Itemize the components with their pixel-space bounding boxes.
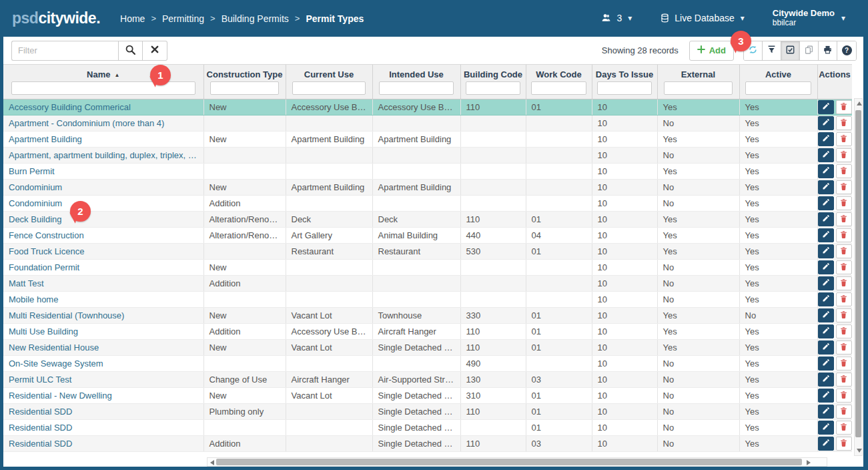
edit-button[interactable] xyxy=(818,437,834,451)
column-filter-input-external[interactable] xyxy=(664,81,733,95)
scroll-down-arrow[interactable] xyxy=(857,449,862,453)
table-row[interactable]: Residential - New DwellingNewVacant LotS… xyxy=(3,388,852,404)
edit-button[interactable] xyxy=(818,132,834,146)
database-selector-dropdown[interactable]: Live Database ▾ xyxy=(660,13,745,23)
table-row[interactable]: Multi Residential (Townhouse)NewVacant L… xyxy=(3,308,852,324)
print-button[interactable] xyxy=(819,41,837,60)
edit-button[interactable] xyxy=(818,212,834,226)
column-filter-input-work_code[interactable] xyxy=(531,81,586,95)
delete-button[interactable] xyxy=(836,292,852,306)
table-row[interactable]: Residential SDDPlumbing onlySingle Detac… xyxy=(3,404,852,420)
column-header-construction_type[interactable]: Construction Type xyxy=(203,65,286,81)
delete-button[interactable] xyxy=(836,132,852,146)
delete-button[interactable] xyxy=(836,228,852,242)
table-row[interactable]: Apartment BuildingNewApartment BuildingA… xyxy=(3,132,852,148)
column-header-actions[interactable]: Actions xyxy=(817,65,852,81)
edit-button[interactable] xyxy=(818,405,834,419)
edit-button[interactable] xyxy=(818,180,834,194)
column-header-building_code[interactable]: Building Code xyxy=(460,65,526,81)
horizontal-scroll-thumb[interactable] xyxy=(216,459,802,465)
delete-button[interactable] xyxy=(836,389,852,403)
column-filter-input-construction_type[interactable] xyxy=(210,81,280,95)
edit-button[interactable] xyxy=(818,308,834,322)
delete-button[interactable] xyxy=(836,244,852,258)
edit-button[interactable] xyxy=(818,148,834,162)
edit-button[interactable] xyxy=(818,357,834,371)
edit-button[interactable] xyxy=(818,373,834,387)
edit-button[interactable] xyxy=(818,276,834,290)
delete-button[interactable] xyxy=(836,405,852,419)
edit-button[interactable] xyxy=(818,100,834,114)
column-filter-input-name[interactable] xyxy=(11,81,195,95)
edit-button[interactable] xyxy=(818,324,834,338)
breadcrumb-building-permits[interactable]: Building Permits xyxy=(222,13,289,24)
column-header-days_to_issue[interactable]: Days To Issue xyxy=(592,65,657,81)
table-row[interactable]: CondominiumAddition10NoYes xyxy=(3,196,852,212)
delete-button[interactable] xyxy=(836,373,852,387)
edit-button[interactable] xyxy=(818,228,834,242)
check-square-button[interactable] xyxy=(781,41,800,60)
column-header-external[interactable]: External xyxy=(657,65,739,81)
edit-button[interactable] xyxy=(818,116,834,130)
scroll-up-arrow[interactable] xyxy=(857,101,862,105)
search-button[interactable] xyxy=(118,41,143,61)
column-header-work_code[interactable]: Work Code xyxy=(526,65,592,81)
table-row[interactable]: New Residential HouseNewVacant LotSingle… xyxy=(3,340,852,356)
column-header-current_use[interactable]: Current Use xyxy=(286,65,372,81)
table-row[interactable]: Residential SDDAdditionSingle Detached D… xyxy=(3,436,852,452)
table-row[interactable]: Fence ConstructionAlteration/RenovationA… xyxy=(3,228,852,244)
vertical-scrollbar[interactable] xyxy=(854,98,863,456)
scroll-right-arrow[interactable] xyxy=(807,460,811,465)
edit-button[interactable] xyxy=(818,389,834,403)
online-users-dropdown[interactable]: 3 ▾ xyxy=(601,13,632,23)
delete-button[interactable] xyxy=(836,421,852,435)
table-row[interactable]: On-Site Sewage System49010NoYes xyxy=(3,356,852,372)
vertical-scroll-thumb[interactable] xyxy=(855,110,861,437)
delete-button[interactable] xyxy=(836,164,852,178)
column-header-intended_use[interactable]: Intended Use xyxy=(372,65,460,81)
table-row[interactable]: Apartment - Condominium (more than 4)10N… xyxy=(3,115,852,132)
help-button[interactable]: ? xyxy=(837,41,856,60)
edit-button[interactable] xyxy=(818,196,834,210)
column-header-name[interactable]: Name▲ xyxy=(3,65,203,81)
column-filter-input-days_to_issue[interactable] xyxy=(597,81,652,95)
column-header-active[interactable]: Active xyxy=(739,65,817,81)
delete-button[interactable] xyxy=(836,196,852,210)
table-row[interactable]: Mobile home10NoYes xyxy=(3,292,852,308)
edit-button[interactable] xyxy=(818,292,834,306)
delete-button[interactable] xyxy=(836,357,852,371)
delete-button[interactable] xyxy=(836,276,852,290)
funnel-button[interactable] xyxy=(763,41,781,60)
column-filter-input-building_code[interactable] xyxy=(466,81,520,95)
account-menu[interactable]: Citywide Demo bbilcar ▾ xyxy=(773,9,845,28)
clear-filter-button[interactable] xyxy=(143,41,167,61)
table-row[interactable]: Residential SDDSingle Detached Dwel…0110… xyxy=(3,420,852,436)
edit-button[interactable] xyxy=(818,260,834,274)
table-row[interactable]: Deck BuildingAlteration/RenovationDeckDe… xyxy=(3,212,852,228)
column-filter-input-active[interactable] xyxy=(745,81,811,95)
delete-button[interactable] xyxy=(836,260,852,274)
breadcrumb-home[interactable]: Home xyxy=(120,13,145,24)
app-logo[interactable]: psdcitywide. xyxy=(12,9,100,27)
delete-button[interactable] xyxy=(836,308,852,322)
table-row[interactable]: Permit ULC TestChange of UseAircraft Han… xyxy=(3,372,852,388)
horizontal-scrollbar[interactable] xyxy=(207,457,827,467)
column-filter-input-intended_use[interactable] xyxy=(379,81,453,95)
copy-button[interactable] xyxy=(800,41,819,60)
breadcrumb-permitting[interactable]: Permitting xyxy=(162,13,204,24)
table-row[interactable]: Multi Use BuildingAdditionAccessory Use … xyxy=(3,324,852,340)
delete-button[interactable] xyxy=(836,148,852,162)
edit-button[interactable] xyxy=(818,340,834,355)
delete-button[interactable] xyxy=(836,100,852,114)
table-row[interactable]: Apartment, apartment building, duplex, t… xyxy=(3,148,852,164)
delete-button[interactable] xyxy=(836,324,852,338)
table-row[interactable]: Burn Permit10YesYes xyxy=(3,164,852,180)
table-row[interactable]: Foundation PermitNew10NoYes xyxy=(3,260,852,276)
delete-button[interactable] xyxy=(836,212,852,226)
table-row[interactable]: Accessory Building CommericalNewAccessor… xyxy=(3,99,852,115)
table-row[interactable]: Matt TestAddition10NoYes xyxy=(3,276,852,292)
delete-button[interactable] xyxy=(836,116,852,130)
edit-button[interactable] xyxy=(818,421,834,435)
delete-button[interactable] xyxy=(836,437,852,451)
filter-input[interactable] xyxy=(11,41,118,61)
